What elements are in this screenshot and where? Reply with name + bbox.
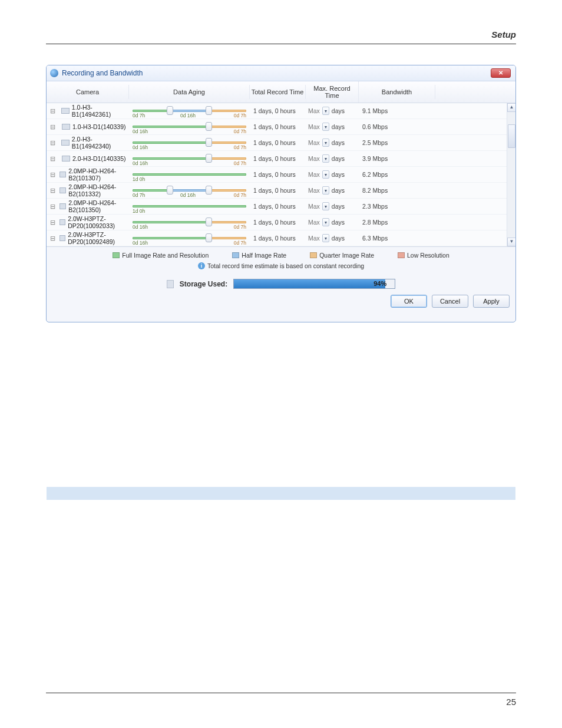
max-record-cell[interactable]: Max▾days [306, 218, 359, 226]
swatch-orange-icon [310, 252, 317, 258]
camera-cell: ⊟1.0-H3-B1(14942361) [47, 104, 129, 118]
max-record-cell[interactable]: Max▾days [306, 107, 359, 115]
tree-expander-icon[interactable]: ⊟ [50, 155, 59, 163]
max-record-cell[interactable]: Max▾days [306, 154, 359, 163]
tree-expander-icon[interactable]: ⊟ [50, 123, 59, 131]
data-aging-cell[interactable]: 0d 16h0d 7h [129, 120, 250, 133]
tree-expander-icon[interactable]: ⊟ [50, 171, 57, 179]
scroll-down-arrow[interactable]: ▼ [507, 238, 516, 246]
slider-thumb[interactable] [167, 186, 173, 195]
max-value: Max [308, 235, 320, 242]
chevron-down-icon[interactable]: ▾ [322, 202, 329, 210]
tree-expander-icon[interactable]: ⊟ [50, 235, 57, 242]
slider-thumb[interactable] [167, 106, 173, 115]
chevron-down-icon[interactable]: ▾ [322, 186, 329, 195]
scroll-up-arrow[interactable]: ▲ [507, 103, 516, 112]
slider-thumb[interactable] [206, 106, 212, 115]
bandwidth-cell: 6.3 Mbps [359, 235, 435, 242]
column-bandwidth[interactable]: Bandwidth [359, 85, 435, 99]
bandwidth-cell: 2.3 Mbps [359, 203, 435, 210]
column-camera[interactable]: Camera [47, 85, 129, 99]
data-aging-cell[interactable]: 0d 16h0d 7h [129, 152, 250, 165]
legend-half: Half Image Rate [232, 252, 286, 259]
column-max-record[interactable]: Max. Record Time [306, 81, 359, 103]
ok-button[interactable]: OK [391, 295, 427, 308]
tree-expander-icon[interactable]: ⊟ [50, 203, 57, 210]
max-unit: days [332, 235, 345, 242]
data-aging-cell[interactable]: 0d 16h0d 7h [129, 136, 250, 149]
dialog-title: Recording and Bandwidth [62, 69, 143, 77]
bandwidth-cell: 0.6 Mbps [359, 123, 435, 130]
bandwidth-cell: 9.1 Mbps [359, 107, 435, 114]
slider-thumb[interactable] [206, 154, 212, 163]
chevron-down-icon[interactable]: ▾ [322, 107, 329, 115]
recording-bandwidth-dialog: Recording and Bandwidth ✕ Camera Data Ag… [46, 65, 516, 322]
legend-low: Low Resolution [398, 252, 449, 259]
max-value: Max [308, 139, 320, 146]
max-value: Max [308, 187, 320, 194]
chevron-down-icon[interactable]: ▾ [322, 170, 329, 179]
legend-row: Full Image Rate and Resolution Half Imag… [47, 252, 515, 259]
tree-expander-icon[interactable]: ⊟ [50, 219, 57, 226]
total-record-cell: 1 days, 0 hours [250, 171, 306, 178]
apply-button[interactable]: Apply [473, 295, 510, 308]
slider-thumb[interactable] [206, 218, 212, 226]
slider-thumb[interactable] [206, 138, 212, 147]
chevron-down-icon[interactable]: ▾ [322, 218, 329, 226]
slider-thumb[interactable] [206, 122, 212, 131]
max-unit: days [332, 107, 345, 114]
max-record-cell[interactable]: Max▾days [306, 139, 359, 147]
total-record-cell: 1 days, 0 hours [250, 219, 306, 226]
chevron-down-icon[interactable]: ▾ [322, 139, 329, 147]
tree-expander-icon[interactable]: ⊟ [50, 107, 59, 115]
total-record-cell: 1 days, 0 hours [250, 123, 306, 130]
max-record-cell[interactable]: Max▾days [306, 123, 359, 131]
column-total-record[interactable]: Total Record Time [250, 85, 306, 99]
max-record-cell[interactable]: Max▾days [306, 234, 359, 242]
cancel-button[interactable]: Cancel [432, 295, 468, 308]
max-unit: days [332, 219, 345, 226]
max-value: Max [308, 203, 320, 210]
max-record-cell[interactable]: Max▾days [306, 170, 359, 179]
bandwidth-cell: 2.8 Mbps [359, 219, 435, 226]
camera-name: 1.0-H3-D1(140339) [72, 123, 125, 130]
max-record-cell[interactable]: Max▾days [306, 186, 359, 195]
slider-thumb[interactable] [206, 233, 212, 242]
total-record-cell: 1 days, 0 hours [250, 139, 306, 146]
storage-bar: 94% [233, 279, 395, 289]
chevron-down-icon[interactable]: ▾ [322, 123, 329, 131]
tree-expander-icon[interactable]: ⊟ [50, 187, 57, 195]
swatch-blue-icon [232, 252, 239, 258]
scrollbar[interactable]: ▲ ▼ [507, 103, 515, 246]
dialog-titlebar[interactable]: Recording and Bandwidth ✕ [47, 65, 515, 81]
table-row: ⊟2.0MP-HD-H264-B2(101307)1d 0h1 days, 0 … [47, 167, 515, 183]
max-value: Max [308, 219, 320, 226]
data-aging-cell[interactable]: 0d 16h0d 7h [129, 232, 250, 245]
total-record-cell: 1 days, 0 hours [250, 155, 306, 162]
dialog-buttons: OK Cancel Apply [47, 295, 515, 314]
slider-thumb[interactable] [206, 186, 212, 195]
scroll-thumb[interactable] [508, 124, 515, 148]
data-aging-cell[interactable]: 1d 0h [129, 200, 250, 213]
max-unit: days [332, 187, 345, 194]
data-aging-cell[interactable]: 0d 7h0d 16h0d 7h [129, 104, 250, 117]
chevron-down-icon[interactable]: ▾ [322, 234, 329, 242]
camera-cell: ⊟2.0MP-HD-H264-B2(101350) [47, 199, 129, 213]
table-row: ⊟1.0-H3-B1(14942361)0d 7h0d 16h0d 7h1 da… [47, 103, 515, 119]
camera-cell: ⊟2.0W-H3PTZ-DP20(10092489) [47, 231, 129, 245]
close-button[interactable]: ✕ [491, 68, 511, 78]
table-row: ⊟2.0MP-HD-H264-B2(101350)1d 0h1 days, 0 … [47, 199, 515, 215]
chevron-down-icon[interactable]: ▾ [322, 154, 329, 163]
data-aging-cell[interactable]: 0d 7h0d 16h0d 7h [129, 184, 250, 197]
max-record-cell[interactable]: Max▾days [306, 202, 359, 210]
info-row: i Total record time estimate is based on… [47, 262, 515, 269]
max-unit: days [332, 155, 345, 162]
camera-name: 1.0-H3-B1(14942361) [72, 104, 129, 118]
max-unit: days [332, 123, 345, 130]
column-data-aging[interactable]: Data Aging [129, 85, 250, 99]
camera-cell: ⊟2.0-H3-D1(140335) [47, 155, 129, 163]
tree-expander-icon[interactable]: ⊟ [50, 139, 59, 147]
data-aging-cell[interactable]: 0d 16h0d 7h [129, 216, 250, 229]
data-aging-cell[interactable]: 1d 0h [129, 168, 250, 181]
camera-cell: ⊟2.0W-H3PTZ-DP20(10092033) [47, 215, 129, 229]
